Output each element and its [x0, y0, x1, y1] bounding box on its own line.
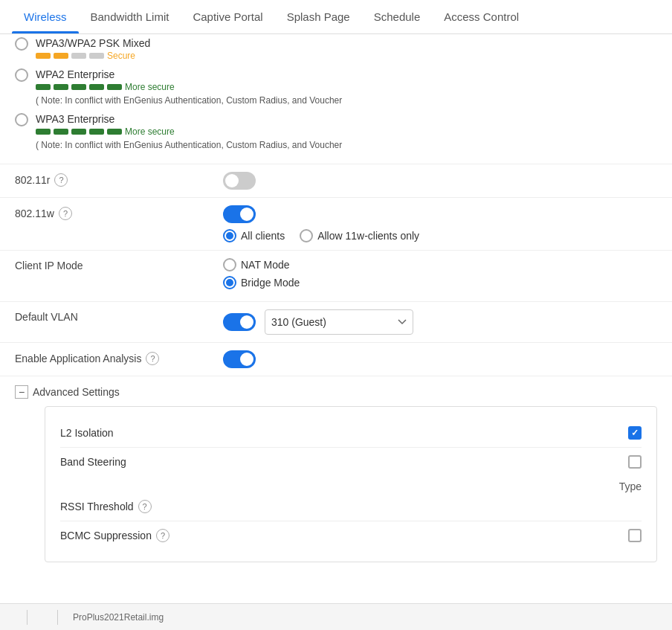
bar3 [71, 53, 86, 59]
checkbox-l2-isolation[interactable] [628, 426, 642, 440]
collapse-icon[interactable]: − [15, 385, 28, 399]
bar1 [36, 53, 51, 59]
label-app-analysis: Enable Application Analysis ? [15, 350, 223, 365]
toggle-802-11r[interactable] [223, 172, 256, 190]
label-802-11r: 802.11r ? [15, 172, 223, 187]
security-label-wpa3-enterprise: More secure [125, 126, 175, 137]
control-802-11r [223, 172, 657, 190]
label-advanced-settings: − Advanced Settings [15, 384, 223, 399]
row-802-11r: 802.11r ? [0, 164, 672, 197]
checkbox-bcmc-suppression[interactable] [628, 529, 642, 542]
bar4 [89, 129, 104, 135]
tab-captive-portal[interactable]: Captive Portal [181, 0, 274, 33]
bar2 [54, 129, 68, 135]
tab-wireless[interactable]: Wireless [12, 0, 79, 33]
bar5 [107, 84, 122, 90]
row-default-vlan: Default VLAN 310 (Guest) 1 (Default) 100… [0, 302, 672, 342]
tab-bandwidth-limit[interactable]: Bandwidth Limit [79, 0, 181, 33]
label-802-11w: 802.11w ? [15, 205, 223, 220]
radio-label-nat: NAT Mode [241, 259, 290, 271]
radio-group-11w: All clients Allow 11w-clients only [223, 229, 657, 242]
bar1 [36, 84, 51, 90]
radio-label-11w-only: Allow 11w-clients only [317, 230, 419, 242]
tab-splash-page[interactable]: Splash Page [275, 0, 362, 33]
security-option-wpa3-enterprise: WPA3 Enterprise More secure ( Note: In c… [15, 113, 657, 150]
bar3 [71, 84, 86, 90]
advanced-panel: L2 Isolation Band Steering Type RSSI Thr… [45, 406, 657, 562]
security-label-wpa2-enterprise: More secure [125, 82, 175, 92]
tab-access-control[interactable]: Access Control [432, 0, 531, 33]
toggle-slider-default-vlan [223, 313, 256, 331]
radio-wpa3-enterprise[interactable] [15, 113, 28, 126]
main-content: WPA3/WPA2 PSK Mixed Secure WPA2 Enterpri… [0, 34, 672, 562]
vlan-row: 310 (Guest) 1 (Default) 100 (Corp) [223, 309, 657, 335]
row-app-analysis: Enable Application Analysis ? [0, 343, 672, 376]
security-option-wpa2-enterprise: WPA2 Enterprise More secure ( Note: In c… [15, 68, 657, 106]
bar2 [54, 53, 68, 59]
label-l2-isolation: L2 Isolation [60, 427, 114, 439]
help-icon-802-11w[interactable]: ? [59, 207, 72, 220]
radio-dot-11w-only [300, 229, 313, 242]
help-icon-app-analysis[interactable]: ? [146, 352, 159, 365]
checkbox-band-steering[interactable] [628, 455, 642, 469]
security-note-wpa2-enterprise: ( Note: In conflict with EnGenius Authen… [36, 95, 342, 106]
security-option-wpa3-mixed: WPA3/WPA2 PSK Mixed Secure [15, 37, 657, 61]
control-default-vlan: 310 (Guest) 1 (Default) 100 (Corp) [223, 309, 657, 335]
toggle-802-11w[interactable] [223, 205, 256, 223]
row-rssi-threshold: RSSI Threshold ? [60, 497, 642, 521]
label-bcmc-suppression: BCMC Suppression ? [60, 529, 169, 542]
bar1 [36, 129, 51, 135]
security-options-area: WPA3/WPA2 PSK Mixed Secure WPA2 Enterpri… [0, 34, 672, 164]
toggle-slider-app-analysis [223, 350, 256, 368]
toggle-default-vlan[interactable] [223, 313, 256, 331]
type-label: Type [60, 476, 642, 497]
toggle-slider-802-11r [223, 172, 256, 190]
row-bcmc-suppression: BCMC Suppression ? [60, 521, 642, 550]
row-band-steering: Band Steering [60, 448, 642, 476]
radio-wpa3-mixed[interactable] [15, 37, 28, 51]
radio-nat-mode[interactable]: NAT Mode [223, 258, 657, 271]
bar2 [54, 84, 68, 90]
bar5 [107, 129, 122, 135]
vlan-select[interactable]: 310 (Guest) 1 (Default) 100 (Corp) [265, 309, 413, 335]
control-client-ip-mode: NAT Mode Bridge Mode [223, 258, 657, 294]
tab-schedule[interactable]: Schedule [362, 0, 433, 33]
radio-label-bridge: Bridge Mode [241, 277, 300, 289]
toggle-slider-802-11w [223, 205, 256, 223]
radio-bridge-mode[interactable]: Bridge Mode [223, 276, 657, 289]
radio-11w-only[interactable]: Allow 11w-clients only [300, 229, 419, 242]
bar3 [71, 129, 86, 135]
security-bars-wpa3-enterprise: More secure [36, 126, 342, 137]
control-802-11w: All clients Allow 11w-clients only [223, 205, 657, 242]
help-icon-rssi[interactable]: ? [138, 500, 152, 513]
security-name-wpa2-enterprise: WPA2 Enterprise [36, 68, 342, 80]
label-band-steering: Band Steering [60, 456, 126, 468]
security-bars-wpa3-mixed: Secure [36, 51, 150, 61]
radio-dot-bridge [223, 276, 236, 289]
label-client-ip-mode: Client IP Mode [15, 258, 223, 271]
row-802-11w: 802.11w ? All clients Allow 11w-clients … [0, 198, 672, 250]
help-icon-bcmc[interactable]: ? [156, 529, 169, 542]
radio-label-all-clients: All clients [241, 230, 285, 242]
row-l2-isolation: L2 Isolation [60, 419, 642, 447]
security-label-wpa3-mixed: Secure [107, 51, 135, 61]
radio-dot-nat [223, 258, 236, 271]
security-bars-wpa2-enterprise: More secure [36, 82, 342, 92]
label-default-vlan: Default VLAN [15, 309, 223, 323]
bar4 [89, 84, 104, 90]
tabs-bar: Wireless Bandwidth Limit Captive Portal … [0, 0, 672, 34]
row-client-ip-mode: Client IP Mode NAT Mode Bridge Mode [0, 251, 672, 301]
radio-dot-all-clients [223, 229, 236, 242]
help-icon-802-11r[interactable]: ? [54, 173, 68, 187]
label-rssi-threshold: RSSI Threshold ? [60, 500, 152, 513]
advanced-settings-header: − Advanced Settings [0, 376, 672, 406]
security-name-wpa3-mixed: WPA3/WPA2 PSK Mixed [36, 37, 150, 49]
toggle-app-analysis[interactable] [223, 350, 256, 368]
security-name-wpa3-enterprise: WPA3 Enterprise [36, 113, 342, 125]
security-note-wpa3-enterprise: ( Note: In conflict with EnGenius Authen… [36, 140, 342, 150]
radio-all-clients[interactable]: All clients [223, 229, 285, 242]
control-app-analysis [223, 350, 657, 368]
radio-wpa2-enterprise[interactable] [15, 68, 28, 82]
bar4 [89, 53, 104, 59]
